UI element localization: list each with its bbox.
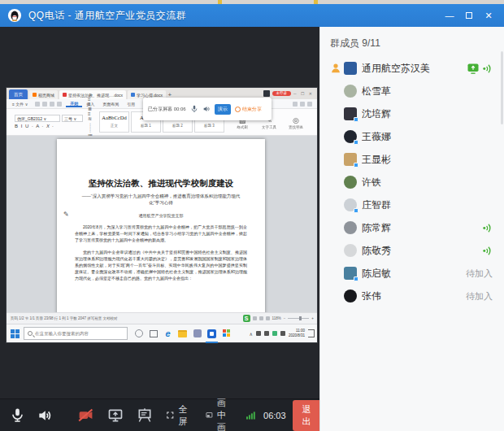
font-size-select: 三号 ∨	[62, 115, 83, 122]
member-name: 陈常辉	[362, 221, 391, 235]
member-row[interactable]: 许铁	[320, 171, 504, 194]
avatar	[344, 267, 357, 280]
taskbar-search-box: 在这里输入你要搜索的内容	[24, 327, 128, 340]
member-row[interactable]: 松雪草	[320, 80, 504, 102]
avatar	[344, 85, 357, 98]
member-name: 陈敬秀	[362, 244, 391, 258]
wps-file-menu: ≡ 文件 ∨	[8, 102, 32, 107]
member-row[interactable]: 沈培辉	[320, 102, 504, 125]
mobile-online-badge	[354, 208, 358, 213]
present-button: 演示	[215, 104, 231, 115]
wps-docer-tab: 稻壳商城	[29, 90, 58, 99]
wps-quick-access-icons	[35, 102, 62, 107]
action-center-icon	[308, 329, 315, 337]
end-share-icon	[235, 107, 241, 112]
member-row[interactable]: 张伟 待加入	[320, 285, 504, 307]
member-name: 通用航空苏汉美	[362, 62, 430, 76]
avatar	[344, 290, 357, 303]
search-placeholder: 在这里输入你要搜索的内容	[35, 331, 89, 337]
speaking-icon	[482, 63, 493, 74]
member-name: 许铁	[362, 176, 381, 189]
tray-icon	[280, 331, 285, 336]
tray-icon	[264, 331, 269, 336]
speaking-icon	[482, 246, 493, 256]
screen-share-button[interactable]	[107, 407, 124, 424]
font-name-select: 仿宋_GB2312 ∨	[15, 115, 60, 122]
member-name: 张伟	[362, 290, 381, 303]
tray-expand-icon: ∧	[250, 331, 253, 337]
page-status-text: 页码 1/2 节 1/1 页面 23/98 行 1 列 1 字数 2047 拼写…	[11, 316, 118, 320]
tray-icon	[272, 331, 277, 336]
tray-icon	[256, 331, 261, 336]
wps-menu-start: 开始	[66, 101, 82, 107]
member-row[interactable]: 庄智群	[320, 194, 504, 216]
zoom-in-button: +	[311, 316, 314, 320]
member-row[interactable]: 陈敬秀	[320, 239, 504, 262]
fullscreen-icon	[166, 409, 175, 421]
camera-off-button[interactable]	[77, 407, 94, 424]
shared-screen-video: 首页 稻壳商城 坚持依法治教、推进现….docx 学习心得.docx + 未登录	[7, 88, 317, 342]
pen-cursor-icon: ✎	[63, 211, 69, 218]
member-row[interactable]: 陈启敏 待加入	[320, 262, 504, 285]
document-paragraph: 2020年8月，为深入学习宣传贯彻党的十九届四中全会精神，把广大党员干部思想统一…	[75, 224, 247, 243]
search-icon	[28, 331, 33, 336]
wps-home-tab: 首页	[9, 89, 28, 99]
microphone-button[interactable]	[10, 407, 25, 423]
edge-browser-icon: e	[163, 329, 172, 338]
mobile-online-badge	[354, 117, 358, 122]
close-button[interactable]: ✕	[481, 8, 496, 23]
member-name: 庄智群	[362, 198, 391, 212]
member-name: 王薇娜	[362, 130, 391, 144]
store-app-icon	[222, 329, 231, 338]
find-replace-tool: ◎ 查找替换	[286, 115, 306, 129]
wps-window-controls: ─ ☐ ✕	[293, 91, 314, 96]
fullscreen-button[interactable]: 全屏	[166, 403, 191, 428]
member-row[interactable]: 通用航空苏汉美	[320, 57, 504, 80]
minimize-button[interactable]: —	[442, 8, 457, 23]
speaker-button[interactable]	[37, 407, 53, 424]
speaker-icon	[202, 105, 211, 113]
wps-menu-reference: 引用	[123, 102, 139, 107]
avatar	[344, 153, 357, 166]
member-row[interactable]: 王显彬	[320, 148, 504, 171]
zoom-out-button: −	[284, 316, 286, 320]
doc-icon	[63, 93, 67, 97]
call-stage: 首页 稻壳商城 坚持依法治教、推进现….docx 学习心得.docx + 未登录	[0, 27, 319, 398]
waiting-status: 待加入	[466, 290, 493, 303]
taskbar-clock: 11:00 2020/8/31	[289, 329, 305, 338]
style-normal: AaBbCcDd 正文	[99, 111, 129, 133]
zoom-slider	[288, 318, 309, 319]
remote-taskbar: 在这里输入你要搜索的内容 e ∧	[7, 324, 317, 342]
avatar	[344, 107, 357, 120]
window-title: QQ电话 - 通用航空产业党员交流群	[28, 9, 186, 23]
document-title: 坚持依法治教、推进现代学校制度建设	[75, 178, 247, 189]
wps-login-pill: 未登录	[272, 91, 292, 97]
member-row[interactable]: 陈常辉	[320, 216, 504, 239]
start-button-icon	[11, 329, 20, 338]
avatar	[344, 130, 357, 143]
qq-logo-icon	[7, 8, 22, 23]
speaking-icon	[482, 223, 493, 233]
active-app-icon	[207, 329, 216, 338]
wps-statusbar: 页码 1/2 节 1/1 页面 23/98 行 1 列 1 字数 2047 拼写…	[7, 312, 317, 324]
share-status-text: 已分享屏幕 00:06	[148, 106, 186, 113]
mobile-online-badge	[354, 140, 358, 145]
call-duration: 06:03	[263, 411, 286, 420]
member-row[interactable]: 王薇娜	[320, 125, 504, 148]
file-explorer-icon	[178, 329, 187, 338]
statusbar-icon	[266, 316, 270, 320]
panel-scrollbar[interactable]	[501, 51, 503, 124]
member-name: 王显彬	[362, 153, 391, 167]
sharing-screen-icon	[467, 63, 479, 74]
titlebar: QQ电话 - 通用航空产业党员交流群 — ✕	[0, 4, 504, 27]
cortana-icon	[134, 329, 143, 338]
maximize-button[interactable]	[462, 8, 476, 23]
avatar	[344, 176, 357, 189]
whiteboard-button[interactable]	[137, 407, 153, 424]
picture-in-picture-button[interactable]: 画中画	[206, 397, 232, 431]
docer-icon	[33, 93, 37, 97]
host-icon	[330, 63, 341, 74]
wps-account-avatar	[263, 90, 270, 97]
zoom-level: 118%	[272, 316, 281, 320]
doc-icon	[131, 93, 135, 97]
